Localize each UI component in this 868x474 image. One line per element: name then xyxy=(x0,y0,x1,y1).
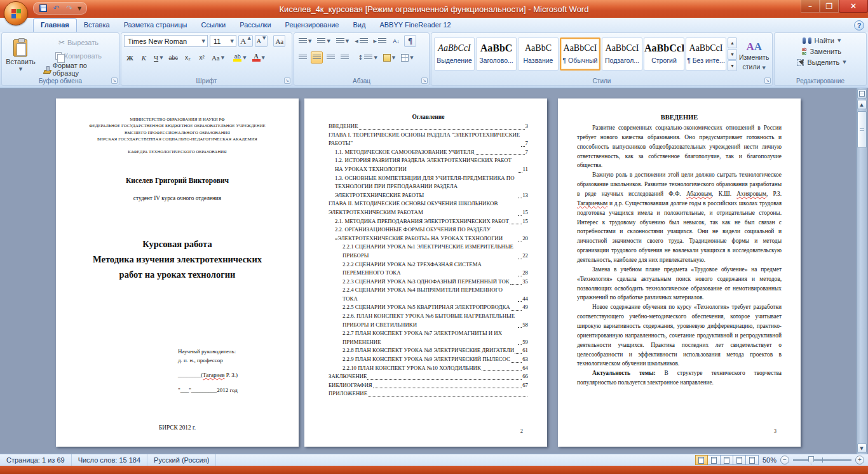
change-styles-icon: АA xyxy=(746,41,762,52)
font-color-button[interactable]: А▼ xyxy=(250,51,267,64)
align-left-button[interactable] xyxy=(297,51,309,64)
shading-icon xyxy=(383,54,391,62)
italic-button[interactable]: К xyxy=(138,51,150,64)
help-button[interactable]: ? xyxy=(854,20,864,30)
subscript-button[interactable]: x₂ xyxy=(182,51,194,64)
line-spacing-button[interactable]: ↕▼ xyxy=(356,51,379,64)
align-center-button[interactable] xyxy=(311,51,323,64)
style-Заголово...[interactable]: AaBbCЗаголово... xyxy=(476,37,517,71)
zoom-in-button[interactable]: + xyxy=(855,456,864,464)
zoom-slider-thumb[interactable] xyxy=(808,456,814,464)
scissors-icon: ✂ xyxy=(58,38,65,47)
highlight-button[interactable]: ab▼ xyxy=(231,51,248,64)
font-family-combo[interactable]: Times New Roman▼ xyxy=(124,35,208,47)
style-Выделение[interactable]: AaBbCcIВыделение xyxy=(434,37,475,71)
bold-button[interactable]: Ж xyxy=(124,51,136,64)
window-controls: – ❐ ✕ xyxy=(801,0,868,13)
restore-button[interactable]: ❐ xyxy=(820,0,839,13)
decrease-indent-button[interactable]: ◀ xyxy=(353,35,369,47)
style-¶ Без инте...[interactable]: AaBbCcI¶ Без инте... xyxy=(686,37,726,71)
font-size-combo[interactable]: 11▼ xyxy=(210,35,236,47)
city-year-line: БИРСК 2012 г. xyxy=(56,424,299,431)
justify-button[interactable] xyxy=(339,51,351,64)
format-painter-icon xyxy=(43,66,50,73)
copy-button[interactable]: Копировать xyxy=(41,50,116,62)
styles-scroll-down-button[interactable]: ▼ xyxy=(728,49,737,60)
tab-Вставка[interactable]: Вставка xyxy=(77,19,117,32)
outline-view-button[interactable] xyxy=(733,455,746,465)
shading-button[interactable]: ▼ xyxy=(381,51,397,64)
replace-button[interactable]: abac Заменить xyxy=(777,47,864,56)
increase-indent-button[interactable]: ▶ xyxy=(372,35,388,47)
close-button[interactable]: ✕ xyxy=(839,0,868,13)
print-layout-view-button[interactable] xyxy=(695,455,708,465)
zoom-slider[interactable] xyxy=(793,459,851,461)
align-left-icon xyxy=(299,55,307,60)
status-bar: Страница: 1 из 69 Число слов: 15 184 Рус… xyxy=(0,454,868,466)
vertical-scrollbar[interactable]: ▲ ▼ xyxy=(856,88,867,454)
author-name: Киселев Григорий Викторович xyxy=(56,177,299,184)
tab-Рецензирование[interactable]: Рецензирование xyxy=(278,19,346,32)
status-language[interactable]: Русский (Россия) xyxy=(147,454,216,466)
undo-button[interactable]: ↶ xyxy=(51,3,62,13)
document-page-1[interactable]: МИНИСТЕРСТВО ОБРАЗОВАНИЯ И НАУКИ РФФЕДЕР… xyxy=(56,98,299,447)
document-page-3[interactable]: ВВЕДЕНИЕ Развитие современных социально-… xyxy=(558,98,801,447)
document-page-2[interactable]: Оглавление ВВЕДЕНИЕ3ГЛАВА I. ТЕОРЕТИЧЕСК… xyxy=(304,98,547,447)
ruler-toggle-button[interactable] xyxy=(857,89,867,98)
styles-scroll-up-button[interactable]: ▲ xyxy=(728,37,737,48)
numbering-button[interactable]: ▼ xyxy=(315,35,332,47)
borders-button[interactable]: ▼ xyxy=(399,51,415,64)
toc-entries: ВВЕДЕНИЕ3ГЛАВА I. ТЕОРЕТИЧЕСКИЕ ОСНОВЫ Р… xyxy=(329,122,528,398)
underline-button[interactable]: Ч▼ xyxy=(152,51,165,64)
strikethrough-button[interactable]: abc xyxy=(167,51,180,64)
page-number: 2 xyxy=(520,428,523,434)
paste-dropdown-arrow[interactable]: ▼ xyxy=(19,67,22,72)
redo-button[interactable]: ↷ xyxy=(64,3,75,13)
font-group: Times New Roman▼ 11▼ А▲ А▼ Аа Ж К Ч▼ abc… xyxy=(121,32,292,86)
change-styles-button[interactable]: АA Изменить стили ▼ xyxy=(738,35,770,77)
scrollbar-thumb[interactable] xyxy=(857,111,867,148)
change-case-button[interactable]: Аа▼ xyxy=(210,51,226,64)
style-Строгий[interactable]: AaBbCcIСтрогий xyxy=(644,37,684,71)
tab-Ссылки[interactable]: Ссылки xyxy=(194,19,233,32)
scroll-up-button[interactable]: ▲ xyxy=(857,100,867,109)
format-painter-button[interactable]: Формат по образцу xyxy=(41,64,116,75)
qat-customize-button[interactable]: ▼ xyxy=(78,6,81,11)
find-button[interactable]: Найти▼ xyxy=(777,36,864,45)
tab-Рассылки[interactable]: Рассылки xyxy=(233,19,278,32)
spellcheck-word: Тагариев xyxy=(203,372,225,378)
toc-entry: 2.2.4 СЦЕНАРИИ УРОКА №4 ВЫПРЯМИТЕЛИ ПЕРЕ… xyxy=(342,286,528,303)
style-¶ Обычный[interactable]: AaBbCcI¶ Обычный xyxy=(560,37,600,71)
sort-button[interactable]: А↓ xyxy=(390,35,402,47)
superscript-button[interactable]: x² xyxy=(196,51,208,64)
multilevel-list-button[interactable]: ▼ xyxy=(334,35,351,47)
select-button[interactable]: Выделить▼ xyxy=(777,58,864,67)
style-Подзагол...[interactable]: AaBbCcIПодзагол... xyxy=(602,37,642,71)
zoom-level[interactable]: 50% xyxy=(763,456,776,464)
office-button[interactable] xyxy=(4,1,28,25)
status-word-count[interactable]: Число слов: 15 184 xyxy=(72,454,147,466)
align-right-button[interactable] xyxy=(325,51,337,64)
styles-more-button[interactable]: ▼ xyxy=(728,60,737,71)
save-button[interactable] xyxy=(37,3,48,13)
web-layout-view-button[interactable] xyxy=(721,455,733,465)
zoom-out-button[interactable]: − xyxy=(780,456,789,464)
fullscreen-reading-view-button[interactable] xyxy=(708,455,721,465)
shrink-font-button[interactable]: А▼ xyxy=(255,35,268,47)
tab-Вид[interactable]: Вид xyxy=(346,19,373,32)
cut-button[interactable]: ✂ Вырезать xyxy=(41,37,116,48)
scroll-down-button[interactable]: ▼ xyxy=(857,444,867,453)
draft-view-button[interactable] xyxy=(746,455,759,465)
spellcheck-word: Тагариевым xyxy=(577,200,607,207)
show-marks-button[interactable]: ¶ xyxy=(404,35,416,47)
tab-Разметка страницы[interactable]: Разметка страницы xyxy=(117,19,194,32)
minimize-button[interactable]: – xyxy=(801,0,820,13)
tab-ABBYY FineReader 12[interactable]: ABBYY FineReader 12 xyxy=(372,19,458,32)
tab-Главная[interactable]: Главная xyxy=(33,18,77,32)
paste-button[interactable]: Вставить ▼ xyxy=(4,35,37,76)
style-Название[interactable]: AaBbCНазвание xyxy=(518,37,559,71)
status-page-count[interactable]: Страница: 1 из 69 xyxy=(0,454,72,466)
clear-formatting-button[interactable]: Аа xyxy=(273,35,285,47)
grow-font-button[interactable]: А▲ xyxy=(238,35,253,47)
bullets-button[interactable]: ▼ xyxy=(297,35,313,47)
